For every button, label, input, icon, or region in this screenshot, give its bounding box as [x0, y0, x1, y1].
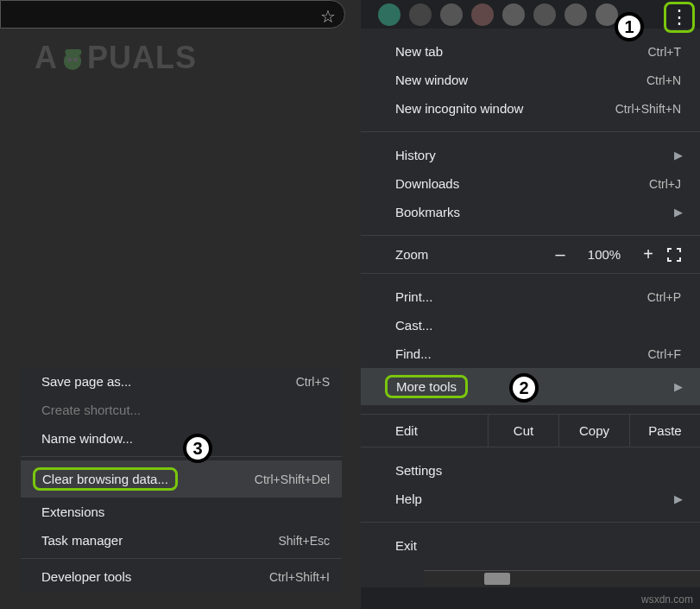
chrome-main-menu: ⋮ New tab Ctrl+T New window Ctrl+N New i… [361, 0, 700, 587]
site-logo: APUALS [35, 40, 197, 76]
menu-item-exit[interactable]: Exit [361, 531, 700, 560]
menu-item-new-incognito[interactable]: New incognito window Ctrl+Shift+N [361, 94, 700, 123]
menu-item-shortcut: Ctrl+F [648, 347, 682, 361]
menu-item-label: Task manager [41, 533, 123, 548]
zoom-label: Zoom [395, 247, 543, 262]
menu-separator [21, 456, 342, 457]
menu-item-label: Create shortcut... [41, 403, 141, 417]
menu-item-create-shortcut: Create shortcut... [21, 396, 342, 424]
menu-separator [21, 558, 342, 559]
zoom-in-button[interactable]: + [631, 244, 665, 264]
chrome-menu-button[interactable]: ⋮ [664, 2, 695, 33]
horizontal-scrollbar[interactable] [424, 570, 700, 586]
extension-icon[interactable] [440, 3, 463, 26]
svg-point-2 [67, 58, 72, 62]
menu-item-label: New incognito window [395, 101, 523, 116]
zoom-out-button[interactable]: – [543, 244, 577, 264]
menu-item-label: Help [395, 492, 422, 506]
menu-item-name-window[interactable]: Name window... [21, 424, 342, 453]
extension-icon[interactable] [378, 3, 400, 26]
menu-item-shortcut: Shift+Esc [278, 534, 330, 548]
copy-button[interactable]: Copy [558, 415, 629, 447]
chevron-right-icon: ▶ [674, 492, 683, 505]
menu-item-label: Cast... [395, 318, 432, 333]
extension-icon[interactable] [409, 3, 432, 26]
menu-item-find[interactable]: Find... Ctrl+F [361, 339, 700, 368]
menu-item-label: Settings [395, 463, 442, 478]
menu-item-shortcut: Ctrl+Shift+I [269, 570, 330, 584]
menu-item-label: Name window... [41, 431, 133, 446]
menu-item-shortcut: Ctrl+J [649, 177, 681, 191]
chevron-right-icon: ▶ [674, 149, 683, 162]
menu-item-label: History [395, 148, 436, 162]
menu-item-label: More tools [396, 379, 457, 394]
highlight-box: Clear browsing data... [33, 467, 178, 491]
browser-toolbar: ⋮ [361, 0, 700, 29]
annotation-callout-2: 2 [509, 373, 539, 403]
fullscreen-icon[interactable] [665, 246, 683, 263]
watermark-text: wsxdn.com [641, 593, 693, 606]
menu-item-shortcut: Ctrl+Shift+Del [255, 473, 330, 486]
menu-item-save-page[interactable]: Save page as... Ctrl+S [21, 367, 342, 396]
menu-item-cast[interactable]: Cast... [361, 311, 700, 339]
chevron-right-icon: ▶ [674, 380, 683, 393]
extension-icon[interactable] [533, 3, 556, 26]
bookmark-star-icon[interactable]: ☆ [320, 6, 336, 27]
menu-item-label: Developer tools [41, 569, 131, 584]
menu-item-label: Extensions [41, 504, 104, 519]
menu-item-bookmarks[interactable]: Bookmarks ▶ [361, 198, 700, 226]
menu-edit-row: Edit Cut Copy Paste [361, 414, 700, 447]
menu-item-shortcut: Ctrl+Shift+N [615, 102, 681, 116]
menu-item-label: Bookmarks [395, 205, 460, 219]
menu-item-downloads[interactable]: Downloads Ctrl+J [361, 169, 700, 198]
menu-zoom-row: Zoom – 100% + [361, 235, 700, 274]
menu-item-shortcut: Ctrl+N [646, 73, 681, 87]
paste-button[interactable]: Paste [629, 415, 700, 447]
annotation-callout-3: 3 [183, 434, 212, 463]
menu-item-shortcut: Ctrl+P [647, 290, 681, 304]
menu-item-shortcut: Ctrl+T [648, 45, 682, 59]
zoom-value: 100% [577, 247, 631, 262]
menu-item-label: New tab [395, 44, 443, 59]
menu-item-settings[interactable]: Settings [361, 456, 700, 485]
address-bar[interactable]: ☆ [0, 0, 345, 29]
extension-icon[interactable] [502, 3, 525, 26]
menu-item-label: Find... [395, 346, 432, 361]
scrollbar-thumb[interactable] [484, 573, 510, 585]
extension-icon[interactable] [471, 3, 494, 26]
menu-item-developer-tools[interactable]: Developer tools Ctrl+Shift+I [21, 562, 342, 591]
menu-item-shortcut: Ctrl+S [296, 375, 330, 389]
chevron-right-icon: ▶ [674, 206, 683, 219]
menu-item-clear-browsing-data[interactable]: Clear browsing data... Ctrl+Shift+Del [21, 460, 342, 498]
vertical-dots-icon: ⋮ [670, 8, 689, 27]
menu-item-label: Exit [395, 538, 417, 553]
menu-item-label: Print... [395, 289, 432, 304]
menu-item-history[interactable]: History ▶ [361, 141, 700, 169]
menu-item-extensions[interactable]: Extensions [21, 498, 342, 526]
svg-rect-1 [66, 50, 82, 56]
menu-item-label: Downloads [395, 176, 459, 191]
edit-label: Edit [361, 415, 488, 447]
cut-button[interactable]: Cut [488, 415, 558, 447]
highlight-box: More tools [385, 375, 468, 398]
logo-mascot-icon [58, 45, 87, 74]
menu-item-new-window[interactable]: New window Ctrl+N [361, 66, 700, 94]
menu-item-help[interactable]: Help ▶ [361, 485, 700, 513]
annotation-callout-1: 1 [615, 12, 644, 41]
menu-item-print[interactable]: Print... Ctrl+P [361, 282, 700, 311]
menu-item-label: New window [395, 73, 468, 87]
page-background: ☆ APUALS Save page as... Ctrl+S Create s… [0, 0, 361, 609]
menu-item-task-manager[interactable]: Task manager Shift+Esc [21, 526, 342, 555]
svg-point-3 [73, 58, 78, 62]
more-tools-submenu: Save page as... Ctrl+S Create shortcut..… [21, 367, 342, 591]
extension-icon[interactable] [564, 3, 587, 26]
menu-item-label: Save page as... [41, 374, 131, 389]
menu-item-label: Clear browsing data... [42, 472, 168, 486]
menu-item-new-tab[interactable]: New tab Ctrl+T [361, 37, 700, 66]
